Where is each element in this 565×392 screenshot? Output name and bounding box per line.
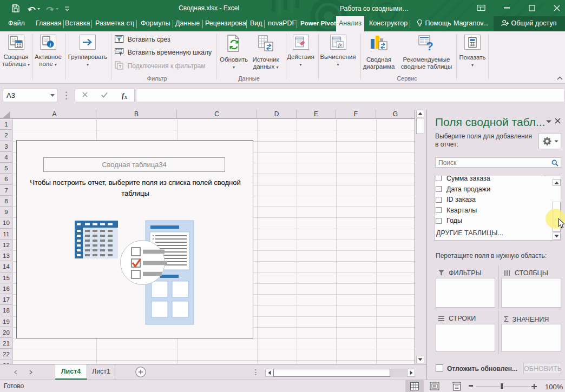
svg-text:i: i <box>49 42 51 48</box>
svg-text:fx: fx <box>338 42 341 47</box>
svg-text:x: x <box>124 94 127 100</box>
svg-text:?: ? <box>426 39 433 52</box>
